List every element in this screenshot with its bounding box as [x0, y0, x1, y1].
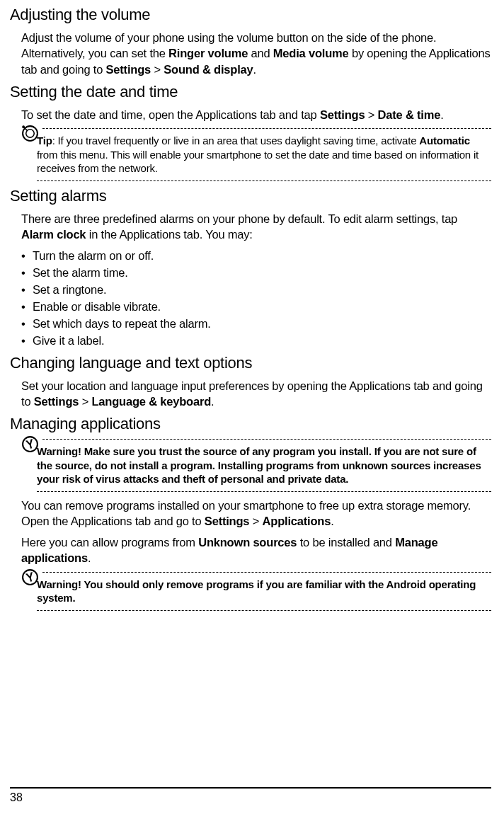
warning-icon [21, 568, 39, 589]
list-item: Set which days to repeat the alarm. [21, 316, 491, 333]
tip-icon [21, 125, 39, 145]
warning-callout-1: Warning! Make sure you trust the source … [21, 439, 491, 492]
list-item: Set a ringtone. [21, 282, 491, 299]
warning-text-2: Warning! You should only remove programs… [37, 578, 491, 605]
text-alarms: There are three predefined alarms on you… [21, 211, 491, 243]
warning-icon [21, 435, 39, 456]
heading-alarms: Setting alarms [10, 187, 491, 205]
heading-adjusting-volume: Adjusting the volume [10, 6, 491, 24]
text-adjusting-volume: Adjust the volume of your phone using th… [21, 30, 491, 77]
tip-text: Tip: If you travel frequently or live in… [37, 134, 491, 176]
text-language: Set your location and language input pre… [21, 378, 491, 410]
heading-date-time: Setting the date and time [10, 83, 491, 101]
text-remove-programs: You can remove programs installed on you… [21, 498, 491, 529]
text-date-time: To set the date and time, open the Appli… [21, 107, 491, 122]
list-item: Turn the alarm on or off. [21, 248, 491, 265]
heading-managing-apps: Managing applications [10, 415, 491, 433]
warning-callout-2: Warning! You should only remove programs… [21, 572, 491, 611]
list-item: Set the alarm time. [21, 265, 491, 282]
page-number: 38 [10, 791, 491, 804]
text-unknown-sources: Here you can allow programs from Unknown… [21, 534, 491, 566]
svg-point-2 [22, 125, 25, 128]
list-item: Give it a label. [21, 333, 491, 350]
heading-language: Changing language and text options [10, 354, 491, 372]
tip-callout: Tip: If you travel frequently or live in… [21, 128, 491, 181]
alarm-options-list: Turn the alarm on or off. Set the alarm … [21, 248, 491, 350]
list-item: Enable or disable vibrate. [21, 299, 491, 316]
page-footer: 38 [10, 787, 491, 804]
warning-text-1: Warning! Make sure you trust the source … [37, 445, 491, 486]
svg-point-1 [26, 130, 34, 137]
